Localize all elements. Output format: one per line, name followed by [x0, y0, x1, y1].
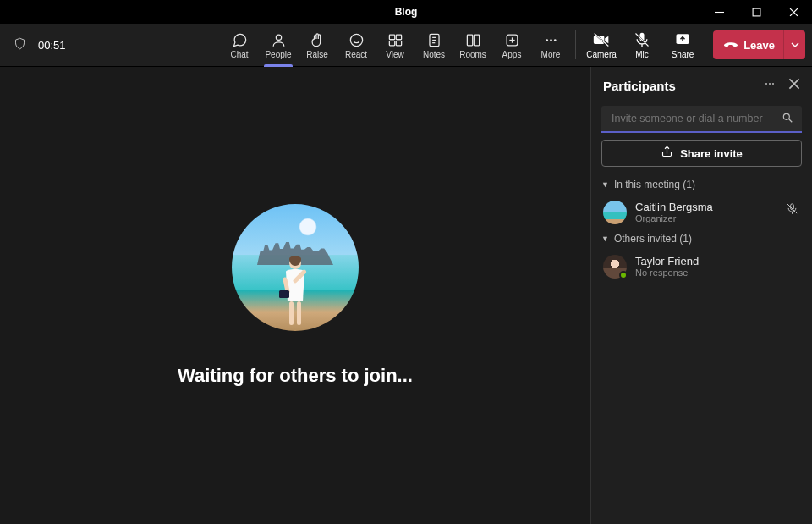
chevron-down-icon — [791, 41, 799, 49]
invite-search-wrap — [601, 106, 802, 133]
view-button[interactable]: View — [376, 24, 414, 67]
svg-point-20 — [550, 39, 552, 41]
apps-label: Apps — [502, 50, 522, 59]
react-button[interactable]: React — [337, 24, 376, 67]
svg-rect-8 — [389, 41, 394, 46]
close-window-button[interactable] — [775, 0, 812, 24]
panel-more-button[interactable] — [763, 77, 776, 94]
section-invited-header[interactable]: ▼ Others invited (1) — [601, 233, 802, 245]
invited-status: No response — [635, 268, 699, 278]
panel-header: Participants — [601, 77, 802, 94]
rooms-icon — [465, 31, 481, 48]
shield-icon[interactable] — [14, 36, 26, 54]
svg-rect-31 — [289, 301, 294, 325]
leave-label: Leave — [743, 39, 775, 52]
raise-label: Raise — [306, 50, 328, 59]
mic-off-icon — [634, 31, 650, 48]
caret-down-icon: ▼ — [601, 234, 609, 243]
view-icon — [387, 31, 403, 48]
rooms-label: Rooms — [459, 50, 486, 59]
timer-region: 00:51 — [0, 36, 66, 54]
meeting-timer: 00:51 — [38, 39, 66, 52]
svg-point-36 — [772, 83, 774, 85]
more-icon — [763, 77, 776, 91]
panel-header-actions — [763, 77, 800, 94]
hangup-icon — [723, 36, 738, 54]
svg-point-5 — [350, 34, 362, 46]
chat-button[interactable]: Chat — [220, 24, 259, 67]
close-icon — [788, 78, 800, 90]
rooms-button[interactable]: Rooms — [453, 24, 492, 67]
section-in-meeting-label: In this meeting (1) — [614, 179, 695, 190]
main-avatar — [232, 204, 359, 331]
raise-hand-icon — [310, 31, 326, 48]
people-icon — [271, 31, 287, 48]
title-bar: Blog — [0, 0, 812, 24]
people-button[interactable]: People — [259, 24, 298, 67]
participant-row[interactable]: Caitlin Bergsma Organizer — [601, 197, 802, 233]
meeting-toolbar: 00:51 Chat People Raise React View — [0, 24, 812, 67]
apps-button[interactable]: Apps — [492, 24, 531, 67]
section-in-meeting-header[interactable]: ▼ In this meeting (1) — [601, 179, 802, 190]
more-label: More — [541, 50, 561, 59]
svg-point-34 — [765, 83, 767, 85]
notes-button[interactable]: Notes — [414, 24, 453, 67]
svg-point-39 — [783, 113, 789, 119]
center-toolbar: Chat People Raise React View Notes — [220, 24, 703, 66]
more-icon — [543, 31, 559, 48]
avatar — [603, 255, 627, 279]
svg-rect-9 — [396, 41, 401, 46]
mic-label: Mic — [635, 50, 649, 59]
svg-point-21 — [553, 39, 556, 41]
apps-icon — [504, 31, 520, 48]
mic-button[interactable]: Mic — [622, 24, 662, 67]
close-icon — [789, 8, 798, 17]
maximize-button[interactable] — [738, 0, 775, 24]
window-title: Blog — [395, 6, 418, 18]
participant-name: Caitlin Bergsma — [635, 201, 713, 214]
avatar — [603, 201, 627, 224]
svg-point-4 — [276, 35, 281, 40]
leave-dropdown-button[interactable] — [783, 30, 805, 59]
react-icon — [348, 31, 365, 48]
maximize-icon — [752, 8, 761, 17]
chat-label: Chat — [230, 50, 248, 59]
camera-off-icon — [593, 31, 610, 48]
notes-icon — [426, 31, 442, 48]
participants-panel: Participants Share invite ▼ In this meet… — [590, 67, 812, 524]
chat-icon — [232, 31, 248, 48]
minimize-button[interactable] — [700, 0, 738, 24]
mic-muted-icon — [786, 202, 798, 218]
svg-rect-6 — [389, 35, 394, 40]
right-toolbar: Leave — [706, 24, 805, 66]
panel-title: Participants — [603, 79, 676, 93]
raise-hand-button[interactable]: Raise — [298, 24, 337, 67]
search-icon[interactable] — [782, 112, 793, 127]
svg-rect-33 — [279, 290, 289, 298]
svg-rect-14 — [467, 35, 472, 46]
svg-rect-7 — [396, 35, 401, 40]
leave-button[interactable]: Leave — [713, 30, 783, 59]
svg-rect-32 — [297, 301, 301, 325]
presence-available-icon — [619, 271, 628, 279]
share-label: Share — [672, 50, 694, 59]
more-button[interactable]: More — [531, 24, 570, 67]
invited-row[interactable]: Taylor Friend No response — [601, 251, 802, 287]
leave-wrap: Leave — [713, 30, 805, 59]
share-invite-icon — [661, 146, 673, 161]
panel-close-button[interactable] — [788, 78, 800, 93]
svg-point-19 — [546, 39, 548, 41]
camera-button[interactable]: Camera — [581, 24, 622, 67]
share-invite-button[interactable]: Share invite — [601, 140, 802, 167]
svg-line-40 — [789, 119, 793, 123]
react-label: React — [345, 50, 367, 59]
share-button[interactable]: Share — [662, 24, 703, 67]
camera-label: Camera — [586, 50, 617, 59]
svg-point-35 — [769, 83, 771, 85]
meeting-body: Waiting for others to join... Participan… — [0, 67, 812, 524]
share-screen-icon — [674, 31, 691, 48]
section-invited-label: Others invited (1) — [614, 233, 692, 245]
invite-search-input[interactable] — [601, 106, 802, 133]
caret-down-icon: ▼ — [601, 180, 609, 189]
share-invite-label: Share invite — [680, 147, 743, 160]
